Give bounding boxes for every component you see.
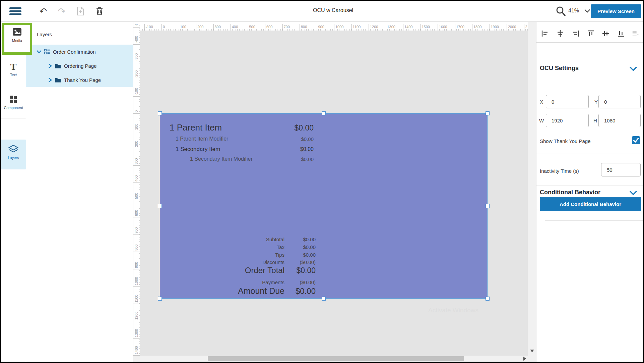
w-input[interactable] xyxy=(546,114,589,127)
zoom-level[interactable]: 41% xyxy=(568,8,579,14)
tree-item-thank-you-page[interactable]: Thank You Page xyxy=(26,73,133,87)
ruler-tick xyxy=(133,304,140,304)
x-label: X xyxy=(540,99,543,105)
ruler-tick xyxy=(133,200,140,200)
ruler-label: 2100 xyxy=(525,25,528,29)
show-thank-you-checkbox[interactable] xyxy=(632,136,640,144)
w-label: W xyxy=(539,118,544,123)
chevron-right-icon[interactable] xyxy=(48,77,52,83)
folder-icon xyxy=(55,77,61,83)
align-top-icon[interactable] xyxy=(587,30,594,37)
selection-handle-ne[interactable] xyxy=(486,111,490,115)
order-item-label: 1 Parent Item Modifier xyxy=(176,136,228,142)
scroll-down-arrow-icon[interactable] xyxy=(530,350,534,352)
chevron-right-icon[interactable] xyxy=(48,63,52,68)
selection-handle-n[interactable] xyxy=(322,111,326,115)
preview-screen-button[interactable]: Preview Screen xyxy=(591,4,641,18)
vertical-scrollbar[interactable] xyxy=(528,22,536,356)
layers-panel: Layers Order Confirmation Ordering Page xyxy=(26,22,133,362)
align-center-horizontal-icon[interactable] xyxy=(557,30,564,37)
ruler-tick xyxy=(144,24,145,31)
horizontal-scrollbar[interactable] xyxy=(133,356,536,362)
conditional-behavior-collapse-chevron-icon[interactable] xyxy=(630,191,637,196)
sidebar-item-media[interactable]: Media xyxy=(2,23,32,55)
tree-item-ordering-page[interactable]: Ordering Page xyxy=(26,59,133,73)
zoom-dropdown-chevron-icon[interactable] xyxy=(584,9,590,13)
ruler-label: 0 xyxy=(134,110,138,112)
distribute-disabled-icon xyxy=(632,30,639,37)
zoom-search-icon[interactable] xyxy=(556,6,566,16)
ocu-settings-header[interactable]: OCU Settings xyxy=(540,65,579,72)
conditional-behavior-header[interactable]: Conditional Behavior xyxy=(540,189,600,196)
ruler-tick xyxy=(133,165,140,166)
sidebar-item-layers[interactable]: Layers xyxy=(1,140,26,169)
ruler-tick xyxy=(334,24,334,31)
ruler-tick xyxy=(133,148,140,148)
ruler-tick xyxy=(248,24,248,31)
order-item-price: $0.00 xyxy=(294,123,314,133)
selection-handle-e[interactable] xyxy=(486,204,490,208)
ruler-tick xyxy=(179,24,179,31)
ruler-label: 900 xyxy=(134,262,138,268)
selection-handle-sw[interactable] xyxy=(158,297,162,301)
h-input[interactable] xyxy=(598,114,641,127)
chevron-down-icon[interactable] xyxy=(37,49,42,54)
ruler-label: 1100 xyxy=(353,25,361,29)
selection-handle-s[interactable] xyxy=(322,297,326,301)
ruler-label: 100 xyxy=(134,123,138,129)
selection-handle-se[interactable] xyxy=(486,297,490,301)
horizontal-scrollbar-thumb[interactable] xyxy=(208,356,464,361)
ruler-label: -400 xyxy=(134,36,138,43)
order-summary-component[interactable]: 1 Parent Item $0.00 1 Parent Item Modifi… xyxy=(160,113,488,299)
alignment-toolbar xyxy=(536,22,643,43)
ruler-label: 200 xyxy=(197,25,203,29)
layers-icon xyxy=(8,145,18,153)
ruler-tick xyxy=(369,24,369,31)
ruler-tick xyxy=(133,96,140,97)
delete-button[interactable] xyxy=(94,5,105,17)
redo-button[interactable]: ↷ xyxy=(56,5,67,17)
ruler-tick xyxy=(133,217,140,217)
ruler-label: -300 xyxy=(134,53,138,60)
ruler-label: 900 xyxy=(318,25,324,29)
align-right-icon[interactable] xyxy=(572,30,579,37)
ruler-label: 1600 xyxy=(439,25,447,29)
menu-icon[interactable] xyxy=(9,6,22,17)
ruler-label: 1000 xyxy=(335,25,343,29)
ruler-label: 700 xyxy=(134,227,138,233)
scroll-right-arrow-icon[interactable] xyxy=(523,357,526,361)
add-conditional-behavior-button[interactable]: Add Conditional Behavior xyxy=(540,197,641,211)
ruler-tick xyxy=(196,24,196,31)
checkmark-icon xyxy=(632,136,640,144)
ruler-tick xyxy=(133,252,140,252)
selection-handle-nw[interactable] xyxy=(158,111,162,115)
tree-item-order-confirmation[interactable]: Order Confirmation xyxy=(26,45,133,59)
add-page-button[interactable] xyxy=(75,5,86,17)
ruler-tick xyxy=(351,24,352,31)
ruler-tick xyxy=(133,321,140,321)
sidebar-item-text[interactable]: T Text xyxy=(1,62,26,77)
order-item-label: 1 Parent Item xyxy=(170,122,222,133)
inactivity-time-label: Inactivity Time (s) xyxy=(540,168,579,174)
ruler-tick xyxy=(133,62,140,62)
ruler-tick xyxy=(133,113,140,114)
text-icon: T xyxy=(1,62,26,71)
ocu-settings-collapse-chevron-icon[interactable] xyxy=(630,66,637,71)
total-row-label: Subtotal xyxy=(266,237,284,242)
selection-handle-w[interactable] xyxy=(158,204,162,208)
align-left-icon[interactable] xyxy=(541,30,549,37)
y-input[interactable] xyxy=(598,95,641,108)
align-center-vertical-icon[interactable] xyxy=(602,30,609,37)
ruler-label: 800 xyxy=(134,245,138,251)
ruler-tick xyxy=(133,338,140,339)
undo-button[interactable]: ↶ xyxy=(38,5,49,17)
x-input[interactable] xyxy=(546,95,589,108)
ruler-tick xyxy=(524,24,524,31)
inactivity-time-input[interactable] xyxy=(601,163,641,176)
sidebar-item-component[interactable]: Component xyxy=(1,96,26,110)
align-bottom-icon[interactable] xyxy=(617,30,625,37)
ruler-tick xyxy=(213,24,214,31)
ruler-label: 700 xyxy=(284,25,290,29)
ruler-label: 1200 xyxy=(134,312,138,320)
redo-icon: ↷ xyxy=(58,7,66,16)
